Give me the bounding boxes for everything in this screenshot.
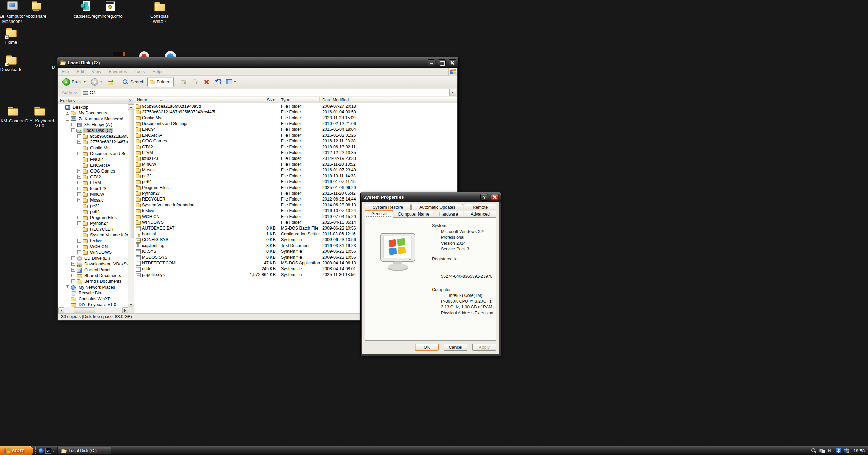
address-input[interactable]: C:\ — [81, 89, 456, 96]
scroll-right-button[interactable] — [122, 307, 128, 313]
expand-icon[interactable]: + — [71, 279, 75, 283]
tree-item[interactable]: +3½ Floppy (A:) — [58, 122, 128, 127]
partial-desktop-icon-1[interactable] — [113, 52, 125, 57]
desktop-icon-downloads[interactable]: ↗Downloads — [0, 54, 30, 72]
scroll-thumb[interactable] — [74, 307, 95, 313]
scroll-thumb[interactable] — [128, 110, 134, 238]
partial-desktop-icon-2[interactable] — [139, 51, 149, 57]
folders-button[interactable]: Folders — [147, 77, 174, 87]
file-row[interactable]: pe64File Folder2016-01-07 11:15 — [134, 179, 457, 184]
tree-vertical-scrollbar[interactable] — [128, 104, 134, 307]
search-button[interactable]: Search — [120, 77, 146, 87]
expand-icon[interactable]: + — [71, 268, 75, 272]
expand-icon[interactable]: + — [66, 111, 69, 115]
tree-item[interactable]: +My Network Places — [58, 284, 128, 290]
delete-button[interactable] — [201, 77, 212, 87]
tree-item[interactable]: Desktop — [58, 104, 128, 110]
move-to-button[interactable] — [178, 77, 189, 87]
tree-item[interactable]: −Ze Komputor Masheen! — [58, 116, 128, 122]
cancel-button[interactable]: Cancel — [444, 344, 467, 351]
tree-item[interactable]: +GOG Games — [58, 168, 128, 174]
menu-item-tools[interactable]: Tools — [135, 69, 145, 74]
dialog-close-button[interactable] — [491, 194, 499, 201]
start-button[interactable]: start — [0, 446, 33, 455]
tree-horizontal-scrollbar[interactable] — [58, 307, 128, 313]
back-dropdown-icon[interactable] — [83, 81, 86, 84]
copy-to-button[interactable] — [190, 77, 201, 87]
dialog-titlebar[interactable]: System Properties — [361, 192, 501, 202]
expand-icon[interactable]: + — [77, 187, 81, 190]
forward-button[interactable] — [89, 77, 105, 87]
scroll-up-button[interactable] — [128, 104, 134, 110]
tab-computer-name[interactable]: Computer Name — [394, 211, 433, 217]
undo-button[interactable] — [212, 77, 223, 87]
file-row[interactable]: pe32File Folder2018-10-11 14:33 — [134, 173, 457, 179]
tree-item[interactable]: +GTA2 — [58, 174, 128, 180]
column-header-date-modified[interactable]: Date Modified — [320, 97, 361, 103]
tree-item[interactable]: System Volume Informatio — [58, 232, 128, 238]
expand-icon[interactable]: + — [77, 216, 81, 219]
up-button[interactable] — [106, 77, 116, 87]
tab-remote[interactable]: Remote — [464, 204, 496, 210]
file-row[interactable]: Program FilesFile Folder2025-01-06 06:20 — [134, 184, 457, 190]
expand-icon[interactable]: + — [71, 262, 75, 266]
expand-icon[interactable]: + — [66, 285, 69, 289]
file-row[interactable]: MinGWFile Folder2015-11-20 13:52 — [134, 161, 457, 167]
maximize-button[interactable] — [438, 59, 446, 66]
file-row[interactable]: GOG GamesFile Folder2016-12-11 23:28 — [134, 138, 457, 144]
tree-item[interactable]: +Shared Documents — [58, 273, 128, 278]
expand-icon[interactable]: + — [77, 134, 81, 138]
expand-icon[interactable]: + — [71, 123, 75, 126]
ok-button[interactable]: OK — [415, 344, 439, 351]
column-header-type[interactable]: Type — [278, 97, 320, 103]
tree-item[interactable]: +My Documents — [58, 110, 128, 116]
file-row[interactable]: lotus123File Folder2014-02-19 23:33 — [134, 155, 457, 161]
tab-hardware[interactable]: Hardware — [434, 211, 463, 217]
file-row[interactable]: Documents and SettingsFile Folder2010-02… — [134, 121, 457, 126]
collapse-icon[interactable]: − — [66, 117, 69, 121]
file-row[interactable]: ENCARTAFile Folder2016-01-03 01:26 — [134, 132, 457, 138]
expand-icon[interactable]: + — [77, 175, 81, 179]
expand-icon[interactable]: + — [77, 169, 81, 173]
minimize-button[interactable] — [428, 59, 435, 66]
tree-item[interactable]: +Control Panel — [58, 267, 128, 273]
collapse-icon[interactable]: − — [71, 128, 75, 132]
volume-tray-icon[interactable] — [827, 448, 833, 453]
tree-item[interactable]: ENCARTA — [58, 162, 128, 168]
tree-item[interactable]: +27753c682121467b925f637242ec44f5 — [58, 139, 128, 145]
file-row[interactable]: Config.MsiFile Folder2023-11-23 15:09 — [134, 115, 457, 121]
tab-automatic-updates[interactable]: Automatic Updates — [411, 204, 463, 210]
desktop-icon-diy-keyboard[interactable]: DIY_Keyboard V1.0 — [21, 105, 58, 128]
file-row[interactable]: LLVMFile Folder2012-12-22 13:35 — [134, 150, 457, 155]
help-button[interactable] — [480, 194, 488, 201]
expand-icon[interactable]: + — [77, 192, 81, 196]
forward-dropdown-icon[interactable] — [100, 81, 103, 84]
tree-item[interactable]: DIY_Keyboard V1.0 — [58, 302, 128, 307]
folders-pane-close-icon[interactable]: ✕ — [128, 98, 132, 103]
expand-icon[interactable]: + — [77, 221, 81, 225]
menu-item-file[interactable]: File — [62, 69, 69, 74]
expand-icon[interactable]: + — [71, 256, 75, 260]
taskbar-task-local-disk[interactable]: Local Disk (C:) — [57, 447, 111, 454]
tree-item[interactable]: +texlive — [58, 238, 128, 244]
tree-item[interactable]: −Local Disk (C:) — [58, 127, 128, 133]
tree-item[interactable]: +Python27 — [58, 220, 128, 226]
back-button[interactable]: Back — [60, 77, 88, 87]
menu-item-edit[interactable]: Edit — [76, 69, 84, 74]
desktop-icon-vboxshare[interactable]: vboxshare — [17, 1, 55, 19]
tree-item[interactable]: RECYCLER — [58, 226, 128, 232]
tree-item[interactable]: +Documents and Settings — [58, 151, 128, 156]
tree-item[interactable]: +WCH.CN — [58, 244, 128, 249]
menu-item-help[interactable]: Help — [152, 69, 162, 74]
network-tray-icon[interactable] — [819, 448, 825, 453]
column-header-size[interactable]: Size — [245, 97, 278, 103]
tree-item[interactable]: +Bernd's Documents — [58, 278, 128, 284]
file-row[interactable]: 27753c682121467b925f637242ec44f5File Fol… — [134, 109, 457, 115]
tree-item[interactable]: +CD Drive (D:) — [58, 255, 128, 261]
menu-item-view[interactable]: View — [92, 69, 101, 74]
magnifier-tray-icon[interactable] — [811, 448, 816, 453]
browser-quicklaunch-icon[interactable] — [38, 448, 44, 454]
expand-icon[interactable]: + — [77, 181, 81, 184]
column-header-name[interactable]: Name — [134, 97, 245, 103]
file-row[interactable]: GTA2File Folder2018-06-13 02:11 — [134, 144, 457, 150]
